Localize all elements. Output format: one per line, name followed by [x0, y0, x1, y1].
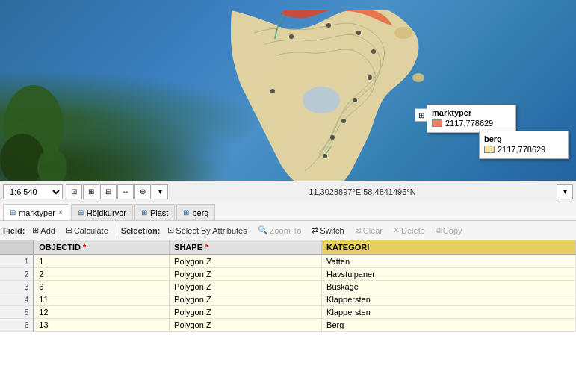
- tab-plast[interactable]: ⊞ Plast: [134, 204, 175, 220]
- table-row[interactable]: 11Polygon ZVatten: [0, 255, 576, 268]
- col-label-kategori: KATEGORI: [326, 243, 369, 252]
- row-number: 2: [0, 268, 34, 281]
- tooltip-row-marktyper: 2117,778629: [432, 119, 511, 128]
- tab-berg[interactable]: ⊞ berg: [176, 204, 215, 220]
- cell-objectid: 13: [34, 319, 169, 332]
- table-body: 11Polygon ZVatten22Polygon ZHavstulpaner…: [0, 255, 576, 332]
- svg-point-12: [270, 89, 275, 93]
- separator-1: [117, 224, 117, 237]
- switch-label: Switch: [320, 226, 344, 235]
- map-area[interactable]: ⊞ marktyper 2117,778629 berg 2117,778629…: [0, 0, 576, 202]
- tab-icon-hojdkurvor: ⊞: [78, 208, 84, 217]
- row-number: 5: [0, 306, 34, 319]
- tab-icon-berg: ⊞: [183, 208, 189, 217]
- add-icon: ⊞: [32, 225, 39, 235]
- nav-buttons: ⊡ ⊞ ⊟ ↔ ⊕ ▾: [66, 184, 168, 199]
- toolbar-field-section: Field: ⊞ Add ⊟ Calculate: [3, 223, 113, 239]
- cell-shape: Polygon Z: [170, 281, 322, 293]
- row-number: 1: [0, 255, 34, 268]
- tab-marktyper[interactable]: ⊞ marktyper ×: [3, 204, 69, 220]
- delete-button[interactable]: ✕ Delete: [388, 223, 430, 239]
- switch-button[interactable]: ⇄ Switch: [307, 223, 348, 239]
- cell-kategori: Vatten: [322, 255, 576, 268]
- clear-label: Clear: [363, 226, 383, 235]
- col-label-objectid: OBJECTID: [39, 243, 81, 252]
- table-row[interactable]: 411Polygon ZKlappersten: [0, 293, 576, 306]
- calculate-label: Calculate: [74, 226, 108, 235]
- svg-point-1: [0, 134, 45, 186]
- add-button[interactable]: ⊞ Add: [28, 223, 60, 239]
- cell-objectid: 1: [34, 255, 169, 268]
- calculate-button[interactable]: ⊟ Calculate: [61, 223, 113, 239]
- svg-point-7: [368, 75, 372, 80]
- switch-icon: ⇄: [312, 225, 318, 235]
- cell-shape: Polygon Z: [170, 255, 322, 268]
- field-label: Field:: [3, 226, 25, 235]
- table-row[interactable]: 512Polygon ZKlappersten: [0, 306, 576, 319]
- toolbar: Field: ⊞ Add ⊟ Calculate Selection: ⊡ Se…: [0, 221, 576, 240]
- delete-label: Delete: [401, 226, 425, 235]
- nav-button-1[interactable]: ⊡: [66, 184, 82, 199]
- tooltip-swatch-marktyper: [432, 119, 442, 127]
- tooltip-value-berg: 2117,778629: [498, 145, 545, 154]
- clear-icon: ⊠: [355, 225, 362, 235]
- svg-point-13: [394, 27, 412, 39]
- zoom-to-button[interactable]: 🔍 Zoom To: [253, 223, 306, 239]
- tab-label-plast: Plast: [150, 208, 168, 217]
- clear-button[interactable]: ⊠ Clear: [350, 223, 387, 239]
- table-header: OBJECTID * SHAPE * KATEGORI: [0, 240, 576, 255]
- zoom-to-label: Zoom To: [270, 226, 302, 235]
- nav-button-5[interactable]: ⊕: [134, 184, 151, 199]
- copy-label: Copy: [443, 226, 462, 235]
- row-number: 4: [0, 293, 34, 306]
- svg-point-14: [412, 73, 424, 82]
- nav-button-4[interactable]: ↔: [117, 184, 134, 199]
- copy-icon: ⧉: [436, 225, 442, 235]
- delete-icon: ✕: [393, 225, 400, 235]
- dropdown-arrow[interactable]: ▾: [557, 184, 573, 199]
- col-header-objectid[interactable]: OBJECTID *: [34, 240, 169, 255]
- tab-label-hojdkurvor: Höjdkurvor: [87, 208, 126, 217]
- tabs-bar: ⊞ marktyper × ⊞ Höjdkurvor ⊞ Plast ⊞ ber…: [0, 202, 576, 221]
- cell-objectid: 2: [34, 268, 169, 281]
- tooltip-swatch-berg: [484, 146, 495, 153]
- attribute-table: OBJECTID * SHAPE * KATEGORI 11Polygon ZV…: [0, 240, 576, 332]
- table-row[interactable]: 22Polygon ZHavstulpaner: [0, 268, 576, 281]
- tab-close-marktyper[interactable]: ×: [58, 208, 63, 217]
- required-mark-shape: *: [205, 243, 208, 252]
- table-row[interactable]: 613Polygon ZBerg: [0, 319, 576, 332]
- svg-point-10: [330, 135, 335, 140]
- col-label-shape: SHAPE: [174, 243, 202, 252]
- svg-point-3: [289, 34, 294, 39]
- select-by-attributes-button[interactable]: ⊡ Select By Attributes: [163, 223, 251, 239]
- cell-kategori: Berg: [322, 319, 576, 332]
- cell-kategori: Klappersten: [322, 306, 576, 319]
- tooltip-value-marktyper: 2117,778629: [445, 119, 493, 128]
- table-row[interactable]: 36Polygon ZBuskage: [0, 281, 576, 293]
- col-header-shape[interactable]: SHAPE *: [170, 240, 322, 255]
- col-header-kategori[interactable]: KATEGORI: [322, 240, 576, 255]
- copy-button[interactable]: ⧉ Copy: [431, 223, 467, 239]
- cell-objectid: 11: [34, 293, 169, 306]
- berg-tooltip: berg 2117,778629: [479, 131, 569, 159]
- row-number: 3: [0, 281, 34, 293]
- svg-point-9: [341, 119, 346, 123]
- row-number: 6: [0, 319, 34, 332]
- scale-dropdown[interactable]: 1:6 540: [3, 184, 63, 199]
- toolbar-selection-section: Selection: ⊡ Select By Attributes 🔍 Zoom…: [121, 223, 467, 239]
- nav-button-more[interactable]: ▾: [152, 184, 168, 199]
- select-by-attributes-label: Select By Attributes: [176, 226, 247, 235]
- map-overlay: [0, 0, 576, 202]
- cell-objectid: 6: [34, 281, 169, 293]
- cell-shape: Polygon Z: [170, 319, 322, 332]
- cell-objectid: 12: [34, 306, 169, 319]
- cell-kategori: Klappersten: [322, 293, 576, 306]
- nav-button-2[interactable]: ⊞: [83, 184, 99, 199]
- header-row: OBJECTID * SHAPE * KATEGORI: [0, 240, 576, 255]
- table-container[interactable]: OBJECTID * SHAPE * KATEGORI 11Polygon ZV…: [0, 240, 576, 392]
- coordinates-display: 11,3028897°E 58,4841496°N: [171, 187, 554, 196]
- add-label: Add: [40, 226, 55, 235]
- nav-button-3[interactable]: ⊟: [100, 184, 117, 199]
- zoom-to-icon: 🔍: [258, 225, 268, 235]
- tab-hojdkurvor[interactable]: ⊞ Höjdkurvor: [71, 204, 133, 220]
